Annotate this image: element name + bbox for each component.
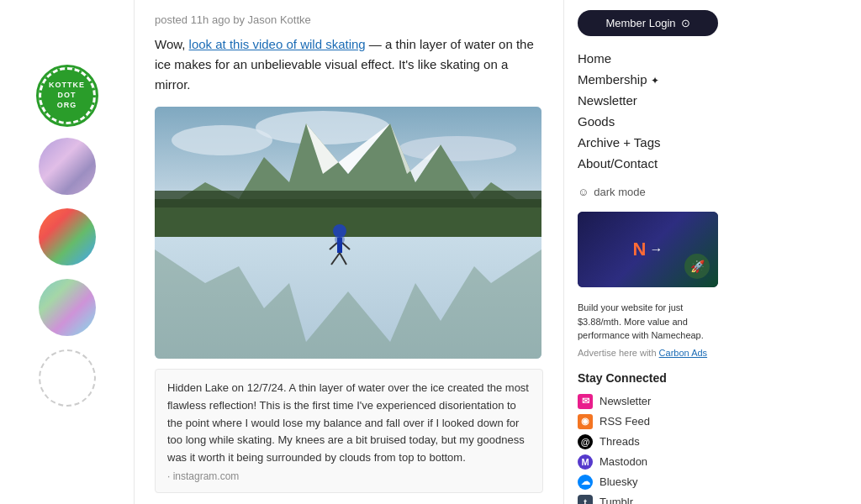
avatar-orange[interactable] — [39, 208, 96, 265]
social-mastodon[interactable]: M Mastodon — [578, 452, 718, 472]
social-mastodon-label: Mastodon — [600, 455, 647, 468]
right-sidebar: Member Login ⊙ Home Membership ✦ Newslet… — [563, 0, 732, 504]
logo-text: KOTTKEDOTORG — [49, 81, 85, 110]
ad-image: N→ 🚀 — [578, 212, 718, 287]
caption-box: Hidden Lake on 12/7/24. A thin layer of … — [155, 369, 543, 493]
post-link[interactable]: look at this video of wild skating — [189, 37, 366, 51]
sparkle-icon: ✦ — [651, 75, 659, 87]
member-login-button[interactable]: Member Login ⊙ — [578, 10, 718, 36]
dark-mode-toggle[interactable]: ☺ dark mode — [578, 186, 718, 198]
site-logo-avatar[interactable]: KOTTKEDOTORG — [39, 67, 96, 124]
caption-source: · instagram.com — [167, 470, 531, 482]
mastodon-icon: M — [578, 454, 593, 470]
bluesky-icon: ☁ — [578, 475, 593, 490]
social-threads-label: Threads — [600, 435, 640, 448]
login-arrow-icon: ⊙ — [681, 17, 690, 29]
avatar-empty[interactable] — [39, 349, 96, 407]
member-login-label: Member Login — [605, 17, 675, 29]
social-rss-label: RSS Feed — [600, 415, 650, 428]
rss-icon: ◉ — [578, 414, 593, 429]
stay-connected-heading: Stay Connected — [578, 371, 718, 385]
nav-home[interactable]: Home — [578, 48, 718, 69]
avatar-teal[interactable] — [39, 279, 96, 336]
social-tumblr[interactable]: t Tumblr — [578, 492, 718, 505]
caption-text: Hidden Lake on 12/7/24. A thin layer of … — [167, 380, 531, 467]
post-meta: posted 11h ago by Jason Kottke — [155, 13, 543, 26]
newsletter-icon: ✉ — [578, 394, 593, 409]
ad-logo: N→ — [633, 239, 663, 260]
threads-icon: @ — [578, 434, 593, 449]
dark-mode-label: dark mode — [594, 186, 645, 198]
nav-goods[interactable]: Goods — [578, 111, 718, 132]
social-bluesky[interactable]: ☁ Bluesky — [578, 472, 718, 492]
ad-text: Build your website for just $3.88/mth. M… — [578, 296, 718, 348]
post-text-before: Wow, — [155, 37, 189, 51]
page-wrapper: KOTTKEDOTORG posted 11h ago by Jason Kot… — [0, 0, 861, 504]
main-content: posted 11h ago by Jason Kottke Wow, look… — [135, 0, 563, 504]
left-sidebar: KOTTKEDOTORG — [0, 0, 135, 504]
ad-block[interactable]: N→ 🚀 — [578, 212, 718, 287]
avatar-purple[interactable] — [39, 138, 96, 195]
social-newsletter[interactable]: ✉ Newsletter — [578, 391, 718, 412]
svg-rect-9 — [155, 191, 541, 207]
nav-list: Home Membership ✦ Newsletter Goods Archi… — [578, 48, 718, 174]
svg-rect-19 — [337, 239, 342, 253]
nav-newsletter[interactable]: Newsletter — [578, 90, 718, 111]
nav-membership[interactable]: Membership ✦ — [578, 69, 718, 90]
tumblr-icon: t — [578, 495, 593, 505]
social-tumblr-label: Tumblr — [600, 496, 633, 504]
nav-about-contact[interactable]: About/Contact — [578, 153, 718, 174]
post-image — [155, 107, 541, 359]
social-threads[interactable]: @ Threads — [578, 432, 718, 452]
svg-point-4 — [399, 136, 516, 161]
social-list: ✉ Newsletter ◉ RSS Feed @ Threads M Mast… — [578, 391, 718, 505]
social-newsletter-label: Newsletter — [600, 395, 651, 407]
social-bluesky-label: Bluesky — [600, 475, 638, 488]
dark-mode-icon: ☺ — [578, 186, 589, 198]
post-image-svg — [155, 107, 541, 359]
post-text: Wow, look at this video of wild skating … — [155, 34, 543, 95]
nav-archive-tags[interactable]: Archive + Tags — [578, 132, 718, 153]
carbon-ads-link[interactable]: Carbon Ads — [659, 348, 707, 358]
social-rss[interactable]: ◉ RSS Feed — [578, 412, 718, 432]
post-image-container — [155, 107, 541, 359]
advertise-text: Advertise here with Carbon Ads — [578, 348, 718, 358]
